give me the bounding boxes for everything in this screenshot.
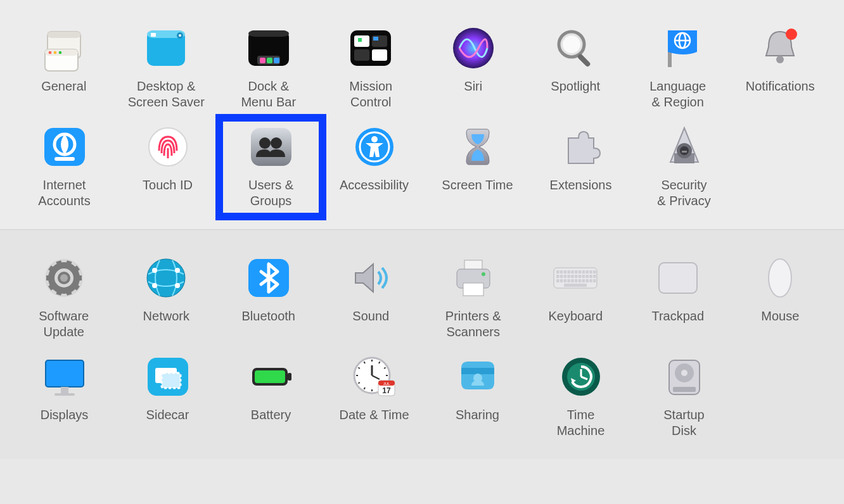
svg-rect-83 xyxy=(586,270,589,274)
svg-rect-24 xyxy=(372,49,387,61)
svg-line-127 xyxy=(358,382,360,384)
pref-item-label: General xyxy=(41,79,86,94)
svg-line-133 xyxy=(384,368,386,369)
pref-item-general[interactable]: General xyxy=(13,19,115,118)
pref-item-label: Security & Privacy xyxy=(657,177,710,209)
pref-item-label: Battery xyxy=(251,407,291,423)
pref-item-desktop[interactable]: Desktop & Screen Saver xyxy=(115,19,218,118)
svg-rect-90 xyxy=(571,275,574,278)
pref-item-label: Trackpad xyxy=(651,308,704,324)
pref-item-security[interactable]: Security & Privacy xyxy=(632,118,736,217)
svg-point-67 xyxy=(152,283,157,288)
prefs-row: Software Update Network Bluetooth Sound xyxy=(13,249,831,348)
pref-item-bluetooth[interactable]: Bluetooth xyxy=(217,249,320,348)
sound-icon xyxy=(345,253,396,303)
pref-item-users[interactable]: Users & Groups xyxy=(219,118,323,217)
pref-item-software[interactable]: Software Update xyxy=(13,249,115,348)
svg-rect-119 xyxy=(288,373,291,381)
pref-item-language[interactable]: Language & Region xyxy=(627,19,729,118)
pref-item-network[interactable]: Network xyxy=(115,249,218,348)
pref-item-label: Bluetooth xyxy=(241,308,295,324)
pref-item-label: Sharing xyxy=(456,407,499,423)
svg-point-27 xyxy=(563,35,580,53)
svg-text:17: 17 xyxy=(382,386,391,395)
touchid-icon xyxy=(143,122,193,172)
mission-icon xyxy=(345,23,396,73)
displays-icon xyxy=(39,351,90,402)
pref-item-accessibility[interactable]: Accessibility xyxy=(323,118,426,217)
security-icon xyxy=(659,122,710,172)
pref-item-sidecar[interactable]: Sidecar xyxy=(116,348,219,446)
pref-item-label: Time Machine xyxy=(557,407,605,439)
svg-rect-114 xyxy=(54,393,75,396)
svg-rect-78 xyxy=(568,270,571,274)
svg-rect-120 xyxy=(255,370,285,383)
network-icon xyxy=(141,253,191,303)
pref-item-extensions[interactable]: Extensions xyxy=(529,118,632,217)
svg-point-73 xyxy=(482,272,485,276)
svg-rect-1 xyxy=(48,32,80,38)
pref-item-mission[interactable]: Mission Control xyxy=(320,19,423,118)
pref-item-spotlight[interactable]: Spotlight xyxy=(525,19,627,118)
svg-rect-13 xyxy=(248,30,289,37)
svg-rect-111 xyxy=(46,360,84,387)
svg-rect-81 xyxy=(579,270,582,274)
pref-item-mouse[interactable]: Mouse xyxy=(729,249,832,348)
svg-point-44 xyxy=(371,136,378,142)
pref-item-notifications[interactable]: Notifications xyxy=(729,19,832,118)
pref-item-label: Software Update xyxy=(39,308,89,340)
svg-rect-79 xyxy=(571,270,574,274)
svg-rect-104 xyxy=(582,279,585,282)
pref-item-startup[interactable]: Startup Disk xyxy=(632,348,736,446)
mouse-icon xyxy=(755,253,805,303)
svg-rect-107 xyxy=(593,279,596,282)
pref-item-screentime[interactable]: Screen Time xyxy=(426,118,529,217)
printers-icon xyxy=(448,253,499,303)
pref-item-sharing[interactable]: Sharing xyxy=(426,348,529,446)
svg-rect-48 xyxy=(682,151,687,153)
svg-rect-16 xyxy=(267,58,272,63)
svg-rect-17 xyxy=(274,58,279,63)
svg-rect-80 xyxy=(575,270,578,274)
pref-item-trackpad[interactable]: Trackpad xyxy=(627,249,729,348)
svg-rect-93 xyxy=(582,275,585,278)
svg-rect-105 xyxy=(586,279,589,282)
pref-item-displays[interactable]: Displays xyxy=(13,348,116,446)
pref-item-label: Sidecar xyxy=(146,407,189,423)
pref-item-keyboard[interactable]: Keyboard xyxy=(525,249,627,348)
prefs-section-top: General Desktop & Screen Saver Dock & Me… xyxy=(0,0,844,230)
pref-item-siri[interactable]: Siri xyxy=(422,19,525,118)
pref-item-internet[interactable]: Internet Accounts xyxy=(13,118,116,217)
pref-item-sound[interactable]: Sound xyxy=(320,249,423,348)
pref-item-dock[interactable]: Dock & Menu Bar xyxy=(217,19,320,118)
pref-item-battery[interactable]: Battery xyxy=(219,348,323,446)
dock-icon xyxy=(243,23,294,73)
svg-point-38 xyxy=(149,128,187,166)
svg-rect-84 xyxy=(589,270,592,274)
pref-item-label: Keyboard xyxy=(548,308,603,324)
sidecar-icon xyxy=(143,351,193,402)
pref-item-touchid[interactable]: Touch ID xyxy=(116,118,219,217)
svg-rect-95 xyxy=(589,275,592,278)
siri-icon xyxy=(448,23,499,73)
sharing-icon xyxy=(452,351,503,402)
svg-point-68 xyxy=(175,283,180,288)
pref-item-label: Dock & Menu Bar xyxy=(241,79,296,110)
svg-rect-108 xyxy=(564,284,587,287)
pref-item-datetime[interactable]: JUL 17 Date & Time xyxy=(323,348,426,446)
svg-rect-113 xyxy=(61,387,68,393)
svg-rect-86 xyxy=(556,275,559,278)
pref-item-label: Mouse xyxy=(761,308,799,324)
svg-rect-97 xyxy=(556,279,559,282)
pref-item-label: Date & Time xyxy=(339,407,409,423)
svg-rect-15 xyxy=(260,58,265,63)
svg-rect-140 xyxy=(461,368,494,374)
pref-item-label: Extensions xyxy=(550,177,612,193)
pref-item-label: Screen Time xyxy=(442,177,513,193)
pref-item-timemachine[interactable]: Time Machine xyxy=(529,348,632,446)
svg-rect-92 xyxy=(579,275,582,278)
svg-rect-98 xyxy=(560,279,563,282)
prefs-row: Displays Sidecar Battery JUL 17 Date & T… xyxy=(13,348,831,446)
pref-item-printers[interactable]: Printers & Scanners xyxy=(422,249,525,348)
svg-point-62 xyxy=(60,274,68,282)
